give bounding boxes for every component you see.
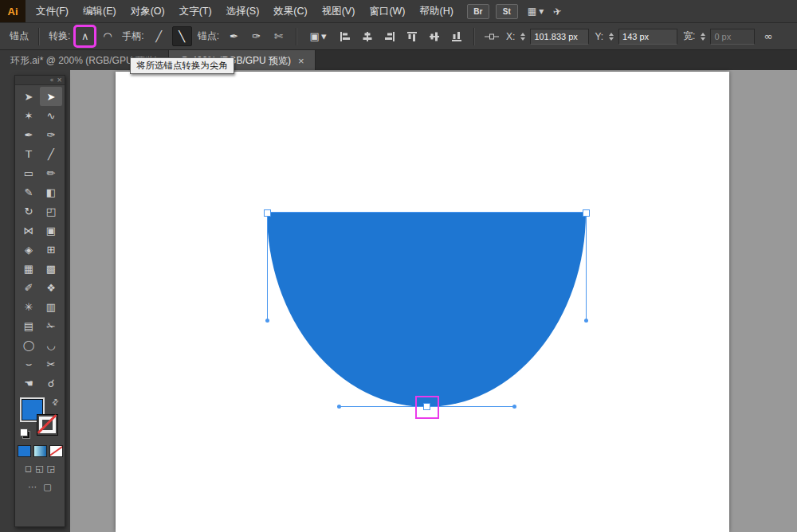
- fill-stroke-controls: ⇄: [20, 397, 60, 440]
- separator: [473, 28, 474, 45]
- vertical-align-top-button[interactable]: [402, 27, 421, 45]
- artboard-tool[interactable]: ▤: [18, 316, 40, 335]
- paintbrush-tool[interactable]: ✏: [40, 163, 62, 182]
- anchor-point[interactable]: [583, 209, 590, 217]
- remove-anchor-button[interactable]: ✒: [225, 27, 243, 45]
- tools-panel-header[interactable]: « ×: [15, 76, 65, 85]
- gradient-button[interactable]: [33, 445, 47, 457]
- draw-behind-button[interactable]: ◱: [35, 464, 43, 474]
- collapse-panel-icon[interactable]: «: [49, 77, 53, 84]
- bezier-handle-line: [586, 213, 587, 320]
- close-panel-icon[interactable]: ×: [57, 77, 62, 84]
- eyedropper-tool[interactable]: ✐: [18, 278, 40, 297]
- line-segment-tool[interactable]: ╱: [40, 144, 62, 163]
- handle-end-dot[interactable]: [337, 405, 341, 409]
- width-tool[interactable]: ⋈: [18, 221, 40, 240]
- show-handles-button[interactable]: ╱: [150, 27, 168, 45]
- draw-inside-button[interactable]: ◲: [47, 464, 55, 474]
- workspace-icon: ▦: [528, 6, 536, 17]
- none-button[interactable]: [49, 445, 63, 457]
- handle-end-dot[interactable]: [512, 405, 516, 409]
- y-stepper[interactable]: [609, 33, 614, 41]
- swap-fill-stroke-icon[interactable]: ⇄: [49, 397, 61, 408]
- ellipse-tool[interactable]: ◯: [18, 335, 40, 354]
- vertical-align-bottom-button[interactable]: [447, 27, 465, 45]
- shape-builder-tool[interactable]: ◈: [18, 240, 40, 259]
- color-button[interactable]: [18, 445, 31, 457]
- vertical-align-top-icon: [406, 31, 418, 42]
- workspace-switcher[interactable]: ▦ ▾: [528, 6, 544, 17]
- perspective-grid-tool[interactable]: ⊞: [40, 240, 62, 259]
- free-transform-tool[interactable]: ▣: [40, 221, 62, 240]
- eraser-tool[interactable]: ◧: [40, 182, 62, 201]
- stock-button[interactable]: St: [496, 4, 518, 19]
- rotate-tool[interactable]: ↻: [18, 201, 40, 221]
- draw-normal-button[interactable]: ◻: [25, 464, 32, 474]
- gradient-tool[interactable]: ▩: [40, 259, 62, 278]
- add-anchor-button[interactable]: ✑: [247, 27, 265, 45]
- horizontal-align-left-button[interactable]: [336, 27, 354, 45]
- constrain-proportions-icon[interactable]: ∞: [759, 27, 777, 45]
- direct-selection-tool[interactable]: ➤: [40, 87, 62, 106]
- menu-item[interactable]: 对象(O): [124, 0, 172, 22]
- tools-panel: « × ➤➤✶∿✒✑T╱▭✏✎◧↻◰⋈▣◈⊞▦▩✐❖✳▥▤✁◯◡⌣✂☚☌ ⇄ ◻…: [14, 75, 65, 527]
- magic-wand-tool[interactable]: ✶: [18, 106, 40, 125]
- shaper-tool[interactable]: ✎: [18, 182, 40, 201]
- rectangle-tool[interactable]: ▭: [18, 163, 40, 182]
- pen-tool[interactable]: ✒: [18, 125, 40, 144]
- y-input[interactable]: [618, 29, 677, 45]
- handle-end-dot[interactable]: [584, 319, 588, 323]
- control-bar: 锚点 转换: ∧ ◠ 手柄: ╱ ╲ 锚点: ✒ ✑ ✄ ▣ ▾: [0, 23, 797, 50]
- vertical-align-bottom-icon: [451, 31, 462, 42]
- width-stepper[interactable]: [701, 33, 705, 41]
- point-display-button[interactable]: [482, 27, 501, 45]
- vertical-align-center-button[interactable]: [425, 27, 443, 45]
- close-icon[interactable]: ×: [298, 55, 304, 67]
- convert-to-smooth-button[interactable]: ◠: [98, 27, 116, 45]
- menu-item[interactable]: 文字(T): [172, 0, 219, 22]
- x-stepper[interactable]: [520, 33, 525, 41]
- zoom-tool[interactable]: ☌: [40, 374, 62, 393]
- symbol-sprayer-tool[interactable]: ✳: [18, 297, 40, 316]
- bridge-button[interactable]: Br: [467, 4, 489, 19]
- join-tool[interactable]: ⌣: [18, 354, 40, 374]
- column-graph-tool[interactable]: ▥: [40, 297, 62, 316]
- anchor-point[interactable]: [264, 209, 271, 217]
- default-fill-stroke-icon[interactable]: [20, 428, 30, 439]
- knife-tool[interactable]: ✂: [40, 354, 62, 374]
- width-label: 宽:: [683, 29, 695, 43]
- hand-tool[interactable]: ☚: [18, 374, 40, 393]
- arc-tool[interactable]: ◡: [40, 335, 62, 354]
- menu-item[interactable]: 选择(S): [219, 0, 267, 22]
- horizontal-align-center-button[interactable]: [358, 27, 376, 45]
- blend-tool[interactable]: ❖: [40, 278, 62, 297]
- handle-end-dot[interactable]: [265, 319, 269, 323]
- tutorial-highlight-box: [415, 396, 439, 419]
- separator: [38, 28, 39, 45]
- horizontal-align-right-button[interactable]: [380, 27, 398, 45]
- edit-toolbar-button[interactable]: ⋯: [28, 482, 37, 492]
- scale-tool[interactable]: ◰: [40, 201, 62, 221]
- x-input[interactable]: [530, 29, 589, 45]
- selection-tool[interactable]: ➤: [18, 87, 40, 106]
- mesh-tool[interactable]: ▦: [18, 259, 40, 278]
- share-icon[interactable]: ✈: [552, 5, 563, 18]
- menu-item[interactable]: 效果(C): [266, 0, 314, 22]
- isolate-object-button[interactable]: ▣ ▾: [304, 27, 332, 45]
- slice-tool[interactable]: ✁: [40, 316, 62, 335]
- convert-to-corner-button[interactable]: ∧: [76, 27, 94, 45]
- hide-handles-button[interactable]: ╲: [172, 26, 192, 46]
- width-input[interactable]: [710, 29, 755, 45]
- curvature-tool[interactable]: ✑: [40, 125, 62, 144]
- lasso-tool[interactable]: ∿: [40, 106, 62, 125]
- screen-mode-button[interactable]: ▢: [43, 482, 51, 492]
- menu-item[interactable]: 编辑(E): [76, 0, 124, 22]
- menu-item[interactable]: 帮助(H): [413, 0, 461, 22]
- type-tool[interactable]: T: [18, 144, 40, 163]
- cut-path-button[interactable]: ✄: [269, 27, 288, 45]
- stroke-swatch-none[interactable]: [37, 414, 58, 436]
- default-fill-chip: [20, 428, 28, 436]
- menu-item[interactable]: 窗口(W): [362, 0, 412, 22]
- menu-item[interactable]: 文件(F): [29, 0, 76, 22]
- menu-item[interactable]: 视图(V): [315, 0, 363, 22]
